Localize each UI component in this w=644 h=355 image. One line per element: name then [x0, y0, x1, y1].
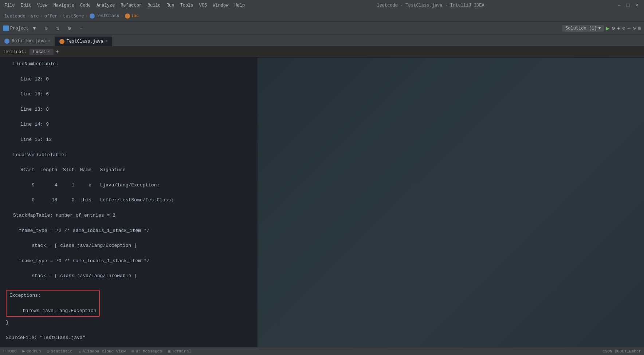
tab-label: TestClass.java	[67, 39, 103, 44]
project-icon	[3, 25, 9, 31]
output-line-0: LineNumberTable:	[6, 60, 638, 68]
status-item-label: TODO	[7, 349, 16, 354]
menu-item-help[interactable]: Help	[234, 3, 245, 8]
terminal-tab-label: Local	[33, 50, 46, 55]
status-item-label: Statistic	[51, 349, 72, 354]
output-line-6: LocalVariableTable:	[6, 151, 638, 159]
tab-close-button[interactable]: ×	[105, 39, 107, 43]
output-line-2: line 16: 6	[6, 91, 638, 98]
menu-item-run[interactable]: Run	[166, 3, 174, 8]
run-button[interactable]: ▶	[606, 25, 610, 32]
status-item-label: 0: Messages	[136, 349, 162, 354]
toolbar: Project ▼ ⊕ ⇅ ⚙ − Solution (1) ▼ ▶ ⚙ ◈ ⊙…	[0, 22, 644, 35]
menu-item-vcs[interactable]: VCS	[199, 3, 207, 8]
profile-button[interactable]: ⊙	[622, 25, 625, 31]
breadcrumb-item-testclass[interactable]: TestClass	[90, 13, 119, 19]
settings-icon[interactable]: ⚙	[65, 24, 74, 33]
tab-close-button[interactable]: ×	[48, 39, 50, 43]
minimize-panel-button[interactable]: −	[76, 24, 85, 33]
menu-item-analyze[interactable]: Analyze	[97, 3, 115, 8]
sourcefile-line: SourceFile: "TestClass.java"	[6, 334, 638, 342]
tab-icon-orange	[59, 39, 64, 44]
right-toolbar: Solution (1) ▼ ▶ ⚙ ◈ ⊙ ← ⎋ ⊞	[562, 25, 641, 32]
status-item-icon: ✉	[131, 348, 134, 354]
terminal-output[interactable]: LineNumberTable:line 12: 0line 16: 6line…	[0, 58, 644, 355]
breadcrumb-item-leetcode[interactable]: leetcode	[4, 14, 25, 19]
output-line-4: line 14: 9	[6, 121, 638, 129]
terminal-add-button[interactable]: +	[56, 49, 59, 55]
menu-item-code[interactable]: Code	[80, 3, 91, 8]
maximize-window-button[interactable]: □	[625, 3, 631, 8]
tab-label: Solution.java	[12, 39, 46, 44]
tab-solution-java[interactable]: Solution.java×	[0, 36, 55, 46]
close-window-button[interactable]: ×	[634, 3, 640, 8]
tab-testclass-java[interactable]: TestClass.java×	[55, 36, 113, 46]
menu-item-tools[interactable]: Tools	[180, 3, 193, 8]
earth-icon[interactable]: ⊕	[42, 24, 50, 33]
status-item-icon: ☁	[78, 348, 81, 354]
menu-item-refactor[interactable]: Refactor	[121, 3, 142, 8]
exceptions-line: Exceptions:	[9, 292, 96, 300]
coverage-button[interactable]: ◈	[617, 25, 620, 31]
hierarchy-icon[interactable]: ⇅	[53, 24, 62, 33]
breadcrumb-item-inc[interactable]: inc	[125, 13, 139, 19]
status-right-label: CSDN @GDUT_Ember	[602, 349, 641, 354]
minimize-window-button[interactable]: −	[616, 3, 622, 8]
menu-item-edit[interactable]: Edit	[21, 3, 31, 8]
menu-item-build[interactable]: Build	[148, 3, 161, 8]
title-bar-left: FileEditViewNavigateCodeAnalyzeRefactorB…	[4, 3, 245, 8]
output-line-9: 0 18 0 this Loffer/testSome/TestClass;	[6, 197, 638, 204]
breadcrumb-item-testsome[interactable]: testSome	[63, 14, 84, 19]
run-config-selector[interactable]: Solution (1) ▼	[562, 25, 604, 32]
status-item-label: Codrun	[27, 349, 41, 354]
menu-item-view[interactable]: View	[37, 3, 48, 8]
tab-icon-blue	[4, 39, 9, 44]
status-item-todo[interactable]: ≡TODO	[3, 349, 17, 354]
output-line-8: 9 4 1 e Ljava/lang/Exception;	[6, 182, 638, 189]
breadcrumb: leetcode›src›offer›testSome›TestClass›in…	[0, 11, 644, 22]
status-item-terminal[interactable]: ▣Terminal	[168, 348, 191, 354]
status-item-icon: ▣	[168, 348, 170, 354]
output-line-10: StackMapTable: number_of_entries = 2	[6, 212, 638, 220]
output-line-7: Start Length Slot Name Signature	[6, 166, 638, 174]
output-line-3: line 13: 8	[6, 106, 638, 114]
status-item-0--messages[interactable]: ✉0: Messages	[131, 348, 162, 354]
breadcrumb-sep: ›	[59, 14, 62, 19]
back-button[interactable]: ←	[628, 25, 631, 31]
status-item-label: Terminal	[172, 349, 191, 354]
window-controls: − □ ×	[616, 3, 640, 8]
output-line-13: frame_type = 70 /* same_locals_1_stack_i…	[6, 257, 638, 265]
run-config-label: Solution (1)	[565, 26, 597, 31]
breadcrumb-sep: ›	[85, 14, 88, 19]
status-item-icon: ▶	[23, 348, 25, 354]
breadcrumb-icon-blue	[90, 13, 95, 19]
status-item-icon: ◎	[47, 348, 49, 354]
status-item-alibaba-cloud-view[interactable]: ☁Alibaba Cloud View	[78, 348, 126, 354]
output-line-12: stack = [ class java/lang/Exception ]	[6, 242, 638, 250]
breadcrumb-sep: ›	[40, 14, 43, 19]
output-line-5: line 16: 13	[6, 136, 638, 144]
menu-item-navigate[interactable]: Navigate	[53, 3, 74, 8]
project-dropdown-button[interactable]: ▼	[30, 24, 39, 33]
terminal-tabs-bar: Terminal: Local × +	[0, 47, 644, 58]
debug-button[interactable]: ⚙	[612, 25, 614, 31]
breadcrumb-item-offer[interactable]: offer	[44, 14, 58, 19]
exceptions-highlight: Exceptions: throws java.lang.Exception	[6, 290, 100, 317]
terminal-tab-close-button[interactable]: ×	[48, 50, 50, 54]
status-item-codrun[interactable]: ▶Codrun	[23, 348, 41, 354]
breadcrumb-item-src[interactable]: src	[31, 14, 39, 19]
breadcrumb-icon-orange	[125, 13, 130, 19]
output-line-14: stack = [ class java/lang/Throwable ]	[6, 272, 638, 280]
terminal-tab-local[interactable]: Local ×	[30, 49, 54, 55]
output-line-1: line 12: 0	[6, 76, 638, 83]
extra-button[interactable]: ⊞	[638, 25, 641, 31]
closing-brace: }	[6, 319, 638, 327]
menu-item-window[interactable]: Window	[213, 3, 228, 8]
external-button[interactable]: ⎋	[633, 25, 636, 31]
project-label[interactable]: Project	[10, 26, 28, 31]
menu-item-file[interactable]: File	[4, 3, 15, 8]
status-item-statistic[interactable]: ◎Statistic	[47, 348, 72, 354]
status-bar: ≡TODO▶Codrun◎Statistic☁Alibaba Cloud Vie…	[0, 347, 644, 355]
app-title: leetcode - TestClass.java - IntelliJ IDE…	[377, 3, 484, 8]
terminal-label: Terminal:	[3, 50, 27, 55]
